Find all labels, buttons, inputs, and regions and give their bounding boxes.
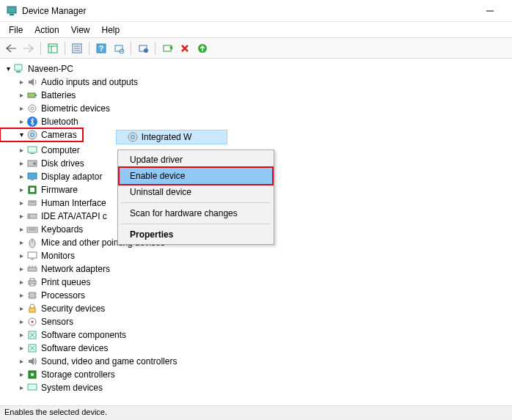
- expand-icon[interactable]: ▸: [16, 368, 26, 381]
- menu-view[interactable]: View: [65, 23, 96, 37]
- tree-category[interactable]: ▸Batteries: [0, 89, 512, 102]
- svg-point-68: [31, 373, 34, 376]
- camera-icon: [127, 131, 139, 143]
- menu-file[interactable]: File: [3, 23, 29, 37]
- expand-icon[interactable]: ▸: [16, 289, 26, 302]
- menu-action[interactable]: Action: [29, 23, 65, 37]
- expand-icon[interactable]: ▸: [16, 381, 26, 394]
- ctx-separator: [121, 224, 271, 224]
- menu-help[interactable]: Help: [96, 23, 126, 37]
- tree-label: Monitors: [41, 249, 75, 262]
- svg-rect-18: [15, 65, 22, 70]
- tree-category[interactable]: ▾Cameras: [0, 128, 83, 141]
- enable-device-button[interactable]: [159, 40, 175, 56]
- expand-icon[interactable]: ▸: [16, 223, 26, 236]
- tree-category[interactable]: ▸Bluetooth: [0, 115, 512, 128]
- expand-icon[interactable]: ▸: [16, 276, 26, 289]
- tree-label: Storage controllers: [41, 368, 115, 381]
- tree-category[interactable]: ▸Biometric devices: [0, 102, 512, 115]
- toolbar-separator: [65, 42, 65, 55]
- ctx-update-driver[interactable]: Update driver: [120, 152, 272, 168]
- back-button[interactable]: [3, 40, 19, 56]
- keyboard-icon: [26, 224, 38, 235]
- svg-rect-62: [29, 308, 35, 312]
- display-icon: [26, 171, 38, 183]
- bluetooth-icon: [26, 116, 38, 128]
- ctx-uninstall-device[interactable]: Uninstall device: [120, 184, 272, 200]
- expand-icon[interactable]: ▸: [16, 262, 26, 276]
- tree-root[interactable]: ▾Naveen-PC: [0, 62, 512, 75]
- tree-category[interactable]: ▸Software devices: [0, 342, 512, 355]
- svg-rect-21: [35, 95, 37, 96]
- tree-category[interactable]: ▸Sound, video and game controllers: [0, 355, 512, 368]
- ctx-scan-hardware[interactable]: Scan for hardware changes: [120, 205, 272, 221]
- expand-icon[interactable]: ▸: [16, 355, 26, 368]
- expand-icon[interactable]: ▸: [16, 315, 26, 328]
- scan-hardware-button[interactable]: [111, 40, 127, 56]
- expand-icon[interactable]: ▸: [16, 236, 26, 249]
- tree-category[interactable]: ▸Sensors: [0, 315, 512, 328]
- expand-icon[interactable]: ▸: [16, 183, 26, 196]
- collapse-icon[interactable]: ▾: [3, 62, 13, 75]
- disk-icon: [26, 158, 38, 169]
- system-icon: [26, 382, 38, 394]
- tree-label: Network adapters: [41, 262, 110, 276]
- expand-icon[interactable]: ▸: [16, 89, 26, 102]
- svg-rect-36: [31, 180, 34, 180]
- svg-rect-38: [30, 188, 34, 192]
- tree-category[interactable]: ▸Print queues: [0, 276, 512, 289]
- expand-icon[interactable]: ▸: [16, 75, 26, 89]
- battery-icon: [26, 89, 38, 101]
- expand-icon[interactable]: ▸: [16, 115, 26, 128]
- pc-icon: [13, 63, 25, 75]
- forward-button[interactable]: [21, 40, 37, 56]
- expand-icon[interactable]: ▸: [16, 342, 26, 355]
- expand-icon[interactable]: ▸: [16, 102, 26, 115]
- minimize-button[interactable]: [473, 0, 506, 22]
- expand-icon[interactable]: ▸: [16, 210, 26, 223]
- tree-category[interactable]: ▸Network adapters: [0, 262, 512, 276]
- hid-icon: [26, 197, 38, 209]
- tree-category[interactable]: ▸Security devices: [0, 302, 512, 315]
- menu-bar: File Action View Help: [0, 22, 512, 38]
- software-icon: [26, 342, 38, 354]
- expand-icon[interactable]: ▸: [16, 157, 26, 170]
- tree-category[interactable]: ▸Audio inputs and outputs: [0, 75, 512, 89]
- tree-category[interactable]: ▸Processors: [0, 289, 512, 302]
- svg-point-30: [131, 136, 133, 138]
- expand-icon[interactable]: ▸: [16, 249, 26, 262]
- svg-rect-0: [7, 7, 16, 13]
- tree-label: Sensors: [41, 315, 73, 328]
- collapse-icon[interactable]: ▾: [16, 128, 26, 141]
- sound-icon: [26, 355, 38, 367]
- svg-rect-57: [29, 292, 35, 298]
- tree-category[interactable]: ▸Monitors: [0, 249, 512, 262]
- expand-icon[interactable]: ▸: [16, 170, 26, 183]
- tree-label: Print queues: [41, 276, 90, 289]
- properties-button[interactable]: [69, 40, 85, 56]
- tree-label: System devices: [41, 381, 103, 394]
- ctx-enable-device[interactable]: Enable device: [120, 168, 272, 184]
- tree-device[interactable]: Integrated W: [117, 130, 227, 144]
- tree-category[interactable]: ▸System devices: [0, 381, 512, 394]
- uninstall-button[interactable]: [177, 40, 193, 56]
- tree-category[interactable]: ▸Software components: [0, 328, 512, 342]
- expand-icon[interactable]: ▸: [16, 144, 26, 157]
- monitor-icon: [26, 250, 38, 262]
- ctx-properties[interactable]: Properties: [120, 226, 272, 243]
- update-driver-button[interactable]: [135, 40, 151, 56]
- tree-label: Naveen-PC: [28, 62, 73, 75]
- expand-icon[interactable]: ▸: [16, 302, 26, 315]
- show-hide-tree-button[interactable]: [45, 40, 61, 56]
- status-text: Enables the selected device.: [4, 408, 107, 416]
- tree-label: Display adaptor: [41, 170, 102, 183]
- help-button[interactable]: ?: [93, 40, 109, 56]
- tree-label: Bluetooth: [41, 115, 78, 128]
- svg-rect-20: [28, 93, 35, 97]
- tree-label: Security devices: [41, 302, 105, 315]
- tree-category[interactable]: ▸Storage controllers: [0, 368, 512, 381]
- add-legacy-button[interactable]: [194, 40, 211, 56]
- expand-icon[interactable]: ▸: [16, 196, 26, 210]
- expand-icon[interactable]: ▸: [16, 328, 26, 342]
- svg-rect-69: [28, 384, 37, 390]
